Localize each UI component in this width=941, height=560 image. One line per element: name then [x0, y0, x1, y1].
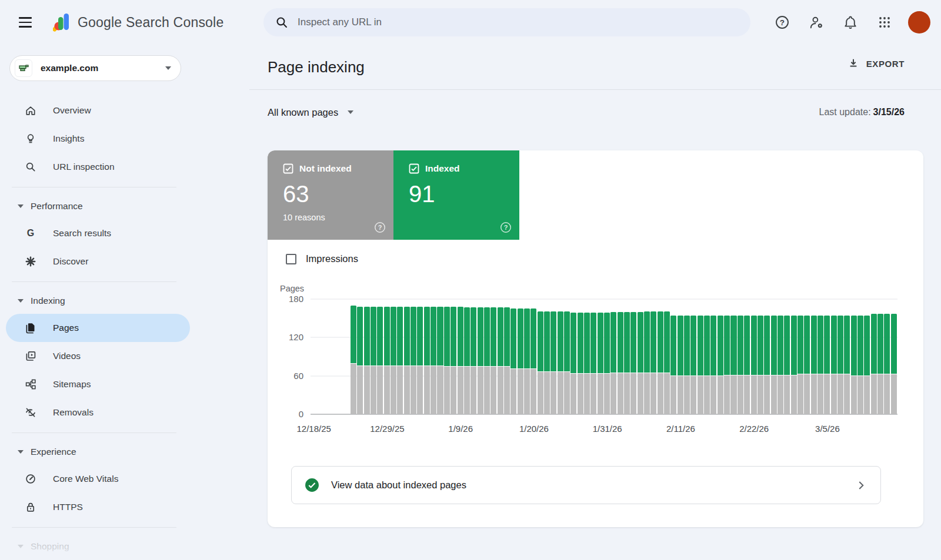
chart-x-tick-label: 3/5/26 [815, 424, 840, 434]
sidebar-item-url-inspection[interactable]: URL inspection [0, 153, 184, 181]
property-selector[interactable]: example.com [9, 55, 181, 81]
chart-bar [524, 299, 530, 414]
chart-bar [817, 299, 824, 414]
chart-bar [738, 299, 744, 414]
property-name: example.com [41, 63, 157, 73]
view-indexed-data-button[interactable]: View data about indexed pages [291, 466, 881, 504]
chart-bar [510, 299, 517, 414]
chart-bar [658, 299, 664, 414]
chart-bar [744, 299, 750, 414]
chart-bar [444, 299, 451, 414]
chart-bar [377, 299, 383, 414]
user-settings-icon[interactable] [803, 9, 829, 35]
sidebar-item-overview[interactable]: Overview [0, 96, 184, 125]
status-cards: Not indexed 63 10 reasons ? Indexed 91 [268, 150, 923, 240]
sidebar-item-removals[interactable]: Removals [0, 398, 184, 427]
search-icon [275, 16, 288, 29]
section-performance[interactable]: Performance [0, 193, 249, 219]
section-label: Experience [31, 447, 76, 457]
chart-bar [771, 299, 778, 414]
lightbulb-icon [25, 133, 36, 145]
indexing-chart-plot: Pages 060120180 [311, 299, 897, 414]
unchecked-checkbox-icon[interactable] [286, 254, 296, 264]
help-icon[interactable]: ? [499, 221, 512, 234]
sidebar: example.com Overview Insights URL inspec… [0, 45, 249, 560]
export-button[interactable]: EXPORT [847, 58, 905, 69]
chart-bar [451, 299, 457, 414]
property-favicon-icon [15, 59, 32, 77]
chart-bar [638, 299, 644, 414]
impressions-toggle[interactable]: Impressions [286, 253, 358, 264]
not-indexed-reasons: 10 reasons [283, 213, 384, 222]
divider [12, 187, 176, 187]
chevron-down-icon [165, 66, 171, 70]
indexed-card[interactable]: Indexed 91 ? [393, 150, 519, 240]
sidebar-item-videos[interactable]: Videos [0, 342, 184, 370]
menu-icon[interactable] [12, 9, 39, 36]
chart-bar [431, 299, 437, 414]
divider [12, 281, 176, 282]
google-g-icon: G [25, 227, 36, 239]
sidebar-item-discover[interactable]: Discover [0, 247, 184, 276]
impressions-label: Impressions [306, 253, 358, 264]
chart-bar [604, 299, 610, 414]
chart-bar [698, 299, 704, 414]
section-experience[interactable]: Experience [0, 439, 249, 465]
sidebar-item-insights[interactable]: Insights [0, 125, 184, 153]
download-icon [847, 58, 859, 69]
chart-bar [664, 299, 670, 414]
sidebar-item-sitemaps[interactable]: Sitemaps [0, 370, 184, 398]
filter-row: All known pages Last update:3/15/26 [268, 103, 905, 121]
help-icon[interactable]: ? [769, 9, 795, 35]
notifications-bell-icon[interactable] [837, 9, 863, 35]
avatar[interactable] [908, 11, 930, 33]
chevron-down-icon [348, 110, 353, 114]
sidebar-item-search-results[interactable]: G Search results [0, 219, 184, 247]
help-icon[interactable]: ? [373, 221, 386, 234]
page-filter-dropdown[interactable]: All known pages [268, 107, 353, 118]
sidebar-item-core-web-vitals[interactable]: Core Web Vitals [0, 465, 184, 493]
collapse-arrow-icon [18, 545, 24, 548]
chart-bar [718, 299, 724, 414]
sidebar-item-label: Core Web Vitals [53, 474, 118, 484]
divider [12, 527, 176, 528]
chart-bar [518, 299, 524, 414]
chart-bar [404, 299, 411, 414]
card-label: Not indexed [299, 163, 352, 174]
svg-text:?: ? [780, 18, 785, 27]
chart-bar [584, 299, 590, 414]
chart-x-tick-label: 12/29/25 [370, 424, 404, 434]
search-console-logo-icon [53, 12, 69, 32]
section-shopping[interactable]: Shopping [0, 534, 249, 559]
chart-bar [364, 299, 371, 414]
apps-grid-icon[interactable] [872, 9, 897, 35]
chart-bar [690, 299, 697, 414]
chart-bar [384, 299, 391, 414]
chart-bar [570, 299, 577, 414]
chart-bar [351, 299, 357, 414]
url-inspection-searchbar[interactable] [263, 8, 750, 36]
chart-bar [437, 299, 443, 414]
section-label: Indexing [31, 296, 65, 306]
sidebar-item-label: URL inspection [53, 162, 115, 172]
sidebar-item-label: Videos [53, 351, 81, 361]
top-app-bar: Google Search Console ? [0, 0, 941, 45]
home-icon [25, 105, 36, 116]
chart-bar [884, 299, 890, 414]
sidebar-item-pages[interactable]: Pages [6, 314, 190, 342]
search-input[interactable] [298, 16, 739, 28]
sidebar-item-https[interactable]: HTTPS [0, 493, 184, 521]
chart-bar [564, 299, 570, 414]
lock-icon [25, 501, 36, 513]
section-indexing[interactable]: Indexing [0, 288, 249, 314]
indexed-count: 91 [409, 182, 510, 206]
chart-bar [650, 299, 657, 414]
chart-bar [357, 299, 363, 414]
chart-bar [558, 299, 564, 414]
chart-bar [397, 299, 403, 414]
chart-bar [544, 299, 550, 414]
not-indexed-card[interactable]: Not indexed 63 10 reasons ? [268, 150, 393, 240]
chart-bar [684, 299, 690, 414]
page-title: Page indexing [268, 58, 365, 76]
section-label: Performance [31, 201, 83, 212]
